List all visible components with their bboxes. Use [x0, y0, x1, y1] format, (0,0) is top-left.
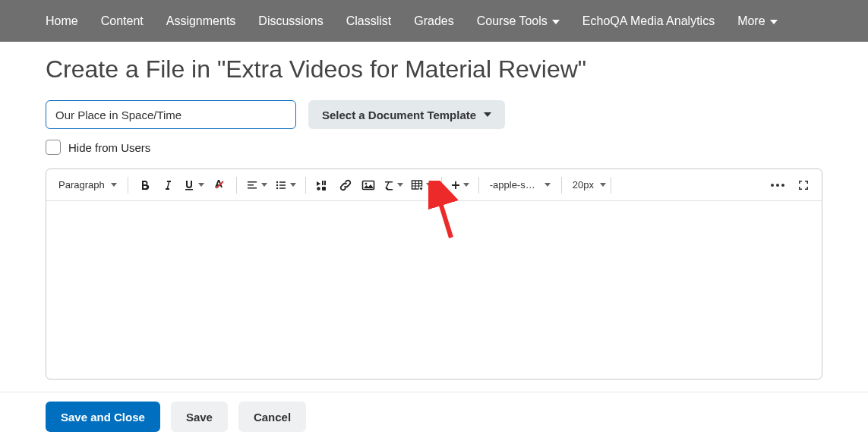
nav-label: Grades — [414, 14, 453, 28]
toolbar-separator — [128, 177, 128, 194]
font-size-select[interactable]: 20px — [568, 179, 604, 191]
toolbar-separator — [611, 177, 611, 194]
footer-actions: Save and Close Save Cancel — [0, 392, 868, 441]
nav-label: Content — [101, 14, 144, 28]
toolbar-separator — [478, 177, 479, 194]
editor-toolbar: Paragraph — [46, 169, 822, 201]
italic-button[interactable] — [157, 175, 178, 196]
nav-label: Discussions — [258, 14, 323, 28]
cancel-button[interactable]: Cancel — [238, 402, 306, 432]
chevron-down-icon — [463, 183, 469, 187]
main-content: Create a File in "Extra Videos for Mater… — [0, 42, 868, 380]
svg-rect-3 — [322, 181, 324, 185]
nav-label: Classlist — [346, 14, 392, 28]
chevron-down-icon — [426, 183, 432, 187]
text-color-button[interactable] — [209, 175, 230, 196]
svg-point-2 — [276, 187, 278, 188]
svg-point-0 — [276, 181, 278, 182]
insert-table-button[interactable] — [408, 175, 435, 196]
top-nav: Home Content Assignments Discussions Cla… — [0, 0, 868, 42]
chevron-down-icon — [600, 183, 606, 187]
insert-image-button[interactable] — [358, 175, 379, 196]
svg-point-8 — [365, 182, 367, 184]
font-family-select[interactable]: -apple-syste... — [485, 179, 555, 191]
template-btn-label: Select a Document Template — [322, 109, 476, 121]
svg-point-5 — [317, 187, 320, 190]
font-family-label: -apple-syste... — [490, 179, 538, 191]
nav-label: Home — [46, 14, 78, 28]
chevron-down-icon — [111, 183, 117, 187]
svg-point-1 — [276, 184, 278, 185]
equation-button[interactable] — [380, 175, 406, 196]
list-button[interactable] — [272, 175, 299, 196]
nav-echoqa[interactable]: EchoQA Media Analytics — [582, 14, 715, 28]
rich-text-editor: Paragraph — [46, 169, 822, 380]
insert-link-button[interactable] — [335, 175, 356, 196]
nav-label: EchoQA Media Analytics — [582, 14, 715, 28]
nav-label: Course Tools — [477, 14, 548, 28]
nav-more[interactable]: More — [737, 14, 777, 28]
chevron-down-icon — [770, 20, 778, 24]
title-row: Select a Document Template — [46, 100, 822, 129]
svg-rect-4 — [324, 181, 326, 185]
nav-classlist[interactable]: Classlist — [346, 14, 392, 28]
fullscreen-button[interactable] — [793, 175, 814, 196]
nav-label: More — [737, 14, 765, 28]
page-title: Create a File in "Extra Videos for Mater… — [46, 55, 822, 83]
nav-course-tools[interactable]: Course Tools — [477, 14, 560, 28]
hide-from-users-checkbox[interactable] — [46, 140, 61, 155]
block-format-select[interactable]: Paragraph — [54, 179, 122, 191]
save-and-close-button[interactable]: Save and Close — [46, 402, 160, 432]
chevron-down-icon — [397, 183, 403, 187]
block-format-label: Paragraph — [58, 179, 105, 191]
svg-point-11 — [771, 184, 774, 187]
chevron-down-icon — [290, 183, 296, 187]
toolbar-separator — [441, 177, 442, 194]
insert-stuff-button[interactable] — [312, 175, 333, 196]
svg-point-12 — [776, 184, 779, 187]
align-button[interactable] — [243, 175, 270, 196]
svg-point-13 — [781, 184, 784, 187]
toolbar-separator — [236, 177, 237, 194]
editor-content-area[interactable] — [46, 201, 822, 379]
nav-home[interactable]: Home — [46, 14, 78, 28]
toolbar-separator — [561, 177, 562, 194]
chevron-down-icon — [198, 183, 204, 187]
nav-discussions[interactable]: Discussions — [258, 14, 323, 28]
file-title-input[interactable] — [46, 100, 296, 129]
chevron-down-icon — [484, 112, 491, 117]
more-actions-button[interactable] — [767, 175, 788, 196]
nav-content[interactable]: Content — [101, 14, 144, 28]
font-size-label: 20px — [573, 179, 594, 191]
chevron-down-icon — [552, 20, 560, 24]
toolbar-separator — [305, 177, 306, 194]
select-template-button[interactable]: Select a Document Template — [308, 100, 505, 129]
chevron-down-icon — [544, 183, 551, 187]
hide-from-users-label: Hide from Users — [68, 141, 150, 154]
nav-grades[interactable]: Grades — [414, 14, 453, 28]
hide-from-users-row: Hide from Users — [46, 140, 822, 155]
bold-button[interactable] — [134, 175, 156, 196]
nav-label: Assignments — [166, 14, 236, 28]
more-insert-button[interactable] — [448, 175, 472, 196]
save-button[interactable]: Save — [171, 402, 228, 432]
svg-rect-6 — [322, 187, 326, 191]
underline-button[interactable] — [180, 175, 207, 196]
chevron-down-icon — [261, 183, 267, 187]
nav-assignments[interactable]: Assignments — [166, 14, 236, 28]
